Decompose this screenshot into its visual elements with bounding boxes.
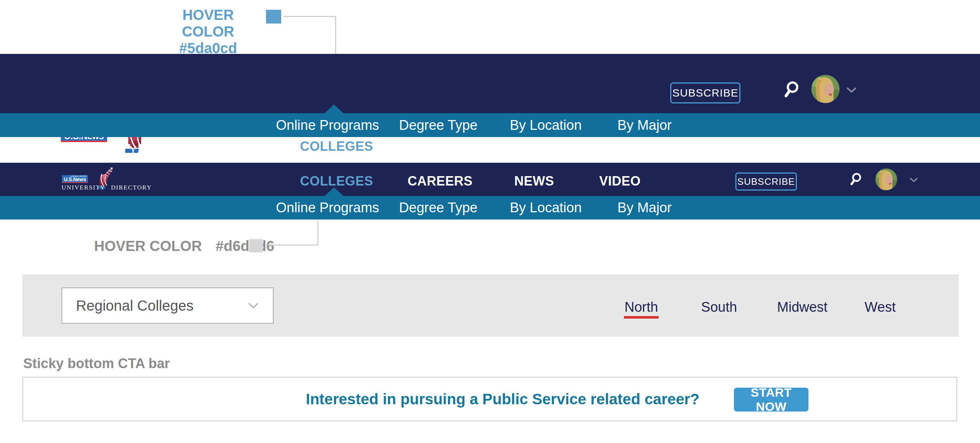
nav-item-colleges-small[interactable]: COLLEGES xyxy=(300,173,373,189)
subnav-item-degree-type-small[interactable]: Degree Type xyxy=(399,200,478,216)
subnav-item-by-major-small[interactable]: By Major xyxy=(617,200,672,216)
nav-item-news-small[interactable]: NEWS xyxy=(514,173,554,189)
gray-color-swatch xyxy=(249,239,263,252)
nav-item-video-small[interactable]: VIDEO xyxy=(599,173,641,189)
region-filter-section: Regional Colleges North South Midwest We… xyxy=(22,275,959,337)
usnews-text: U.S.News xyxy=(64,177,86,182)
page: HOVER COLOR #5da0cd xyxy=(0,0,980,443)
university-text: UNIVERSITY xyxy=(62,184,105,191)
subnav-item-online-programs[interactable]: Online Programs xyxy=(276,117,379,133)
hover-color-label: HOVER COLOR xyxy=(94,238,202,254)
subnav-item-degree-type[interactable]: Degree Type xyxy=(399,117,478,133)
active-nav-pointer xyxy=(325,105,344,113)
nav-item-video[interactable]: VIDEO xyxy=(599,138,641,154)
sticky-cta-section-label: Sticky bottom CTA bar xyxy=(23,356,170,372)
world-report-text: & WORLD REPORT xyxy=(70,176,87,178)
directory-text: DIRECTORY xyxy=(148,144,221,157)
hover-color-label: HOVER COLOR xyxy=(156,6,261,40)
search-icon[interactable] xyxy=(782,80,800,99)
tab-midwest[interactable]: Midwest xyxy=(777,299,827,315)
active-nav-pointer-small xyxy=(325,187,344,196)
dropdown-selected-value: Regional Colleges xyxy=(76,288,194,323)
user-avatar-small[interactable] xyxy=(875,168,897,190)
annotation-line xyxy=(317,221,318,246)
hover-color-annotation-mid: HOVER COLOR#d6d6d6 xyxy=(94,238,274,254)
annotation-line xyxy=(283,16,336,17)
university-text: UNIVERSITY xyxy=(60,144,138,157)
subnav-small: Online Programs Degree Type By Location … xyxy=(0,196,980,219)
nav-item-careers-small[interactable]: CAREERS xyxy=(407,173,473,189)
subnav-item-online-programs-small[interactable]: Online Programs xyxy=(276,200,379,216)
account-chevron-down-icon-small[interactable] xyxy=(909,177,918,183)
tab-west[interactable]: West xyxy=(865,299,896,315)
subnav-item-by-major[interactable]: By Major xyxy=(617,117,672,133)
subnav-large: Online Programs Degree Type By Location … xyxy=(0,113,980,137)
subnav-item-by-location[interactable]: By Location xyxy=(510,117,582,133)
blue-color-swatch xyxy=(266,10,281,24)
hover-color-hex: #d6d6d6 xyxy=(216,238,274,254)
search-icon-small[interactable] xyxy=(848,172,863,187)
nav-item-news[interactable]: NEWS xyxy=(514,138,554,154)
nav-item-colleges[interactable]: COLLEGES xyxy=(300,138,373,154)
subnav-item-by-location-small[interactable]: By Location xyxy=(510,200,582,216)
nav-item-careers[interactable]: CAREERS xyxy=(407,138,473,154)
subscribe-button[interactable]: SUBSCRIBE xyxy=(670,83,740,103)
primary-nav-small: & WORLD REPORT U.S.News UNIVERSITY DIREC… xyxy=(0,163,980,196)
primary-nav-large: & WORLD REPORT U.S.News UNIVERSITY DIREC… xyxy=(0,54,980,113)
usnews-logo-box: & WORLD REPORT U.S.News xyxy=(62,175,88,183)
subscribe-button-small[interactable]: SUBSCRIBE xyxy=(735,173,797,191)
tab-south[interactable]: South xyxy=(701,299,737,315)
user-avatar[interactable] xyxy=(811,75,840,103)
dropdown-chevron-icon xyxy=(248,302,259,309)
annotation-line xyxy=(268,245,318,246)
active-tab-underline xyxy=(624,316,659,319)
start-now-button[interactable]: START NOW xyxy=(734,387,808,411)
account-chevron-down-icon[interactable] xyxy=(846,87,857,93)
college-type-dropdown[interactable]: Regional Colleges xyxy=(62,287,274,324)
tab-north[interactable]: North xyxy=(625,299,658,315)
cta-question-text: Interested in pursuing a Public Service … xyxy=(306,391,700,408)
sticky-cta-bar: Interested in pursuing a Public Service … xyxy=(22,377,957,421)
directory-text: DIRECTORY xyxy=(111,184,152,191)
hover-color-annotation-top: HOVER COLOR #5da0cd xyxy=(156,6,261,56)
usnews-directory-logo-small[interactable]: & WORLD REPORT U.S.News UNIVERSITY DIREC… xyxy=(62,167,149,190)
